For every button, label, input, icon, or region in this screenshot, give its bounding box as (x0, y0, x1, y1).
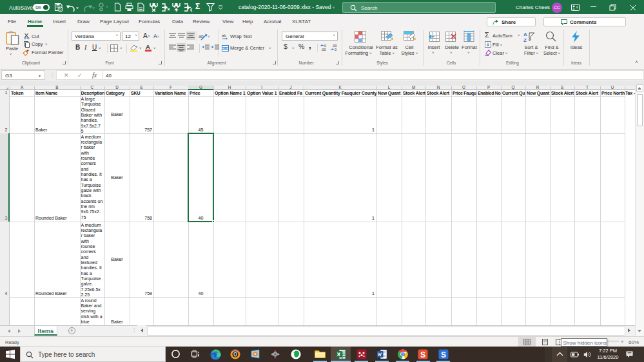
svg-text:S: S (441, 350, 446, 359)
svg-text:S: S (420, 350, 425, 359)
svg-text:A: A (523, 32, 527, 37)
svg-text:ab: ab (222, 33, 226, 37)
svg-text:Z: Z (523, 37, 527, 43)
svg-text:.00: .00 (321, 48, 326, 52)
svg-text:0: 0 (335, 48, 337, 52)
